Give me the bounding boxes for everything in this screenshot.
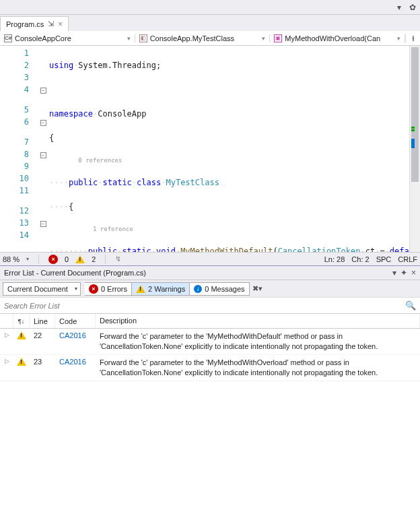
- chevron-down-icon: ▾: [262, 35, 265, 42]
- class-icon: ◧: [139, 34, 147, 42]
- error-list-table: ¶↓ Line Code Description ▷ 22 CA2016 For…: [0, 314, 420, 520]
- status-indent[interactable]: SPC: [376, 255, 392, 263]
- error-filter-bar: Current Document × 0 Errors 2 Warnings i…: [0, 280, 420, 298]
- tab-program-cs[interactable]: Program.cs ⇲ ×: [0, 16, 69, 31]
- fold-toggle[interactable]: −: [40, 88, 46, 94]
- pin-icon[interactable]: ✦: [400, 268, 407, 278]
- build-intellisense-filter[interactable]: ✖▾: [250, 284, 265, 293]
- messages-filter[interactable]: i 0 Messages: [190, 282, 249, 296]
- error-list-header: Error List - Current Document (Program.c…: [0, 265, 420, 280]
- chevron-down-icon: ▾: [397, 35, 400, 42]
- errors-filter-label: 0 Errors: [101, 285, 127, 293]
- zoom-level[interactable]: 88 %: [3, 255, 20, 263]
- status-eol[interactable]: CRLF: [398, 255, 417, 263]
- description-column[interactable]: Description: [96, 314, 420, 328]
- code-content[interactable]: using·System.Threading; namespace·Consol…: [49, 46, 409, 252]
- csharp-project-icon: C#: [4, 34, 12, 42]
- gear-icon[interactable]: ✿: [408, 3, 417, 12]
- method-icon: ▣: [274, 34, 282, 42]
- icon-column[interactable]: ¶↓: [13, 314, 30, 328]
- panel-title: Error List - Current Document (Program.c…: [4, 269, 146, 277]
- expand-toggle[interactable]: ▷: [0, 358, 13, 378]
- warning-icon[interactable]: [75, 255, 85, 263]
- chevron-down-icon: ▾: [127, 35, 131, 42]
- close-icon[interactable]: ×: [411, 268, 416, 278]
- table-header: ¶↓ Line Code Description: [0, 314, 420, 329]
- expand-column[interactable]: [0, 314, 13, 328]
- nav-project[interactable]: C# ConsoleAppCore ▾: [0, 34, 135, 42]
- row-description: Forward the 'c' parameter to the 'MyMeth…: [96, 331, 420, 352]
- row-code[interactable]: CA2016: [55, 331, 96, 352]
- fold-toggle[interactable]: −: [40, 152, 46, 158]
- row-code[interactable]: CA2016: [55, 358, 96, 378]
- error-row[interactable]: ▷ 22 CA2016 Forward the 'c' parameter to…: [0, 329, 420, 355]
- split-editor-icon[interactable]: ⫲: [405, 34, 420, 43]
- expand-toggle[interactable]: ▷: [0, 331, 13, 352]
- warnings-filter-label: 2 Warnings: [148, 285, 185, 293]
- code-nav-bar: C# ConsoleAppCore ▾ ◧ ConsoleApp.MyTestC…: [0, 31, 420, 46]
- messages-filter-label: 0 Messages: [205, 285, 244, 293]
- row-description: Forward the 'c' parameter to the 'MyMeth…: [96, 358, 420, 378]
- error-search-row: 🔍: [0, 298, 420, 314]
- line-column[interactable]: Line: [30, 314, 55, 328]
- chevron-down-icon[interactable]: ▾: [26, 256, 29, 262]
- status-extra-icon[interactable]: ↯: [115, 255, 121, 263]
- warning-icon: [17, 358, 26, 366]
- nav-method-label: MyMethodWithOverload(Can: [285, 34, 380, 42]
- info-icon: i: [194, 285, 202, 293]
- fold-toggle[interactable]: −: [40, 221, 46, 227]
- pin-icon[interactable]: ⇲: [48, 20, 54, 28]
- row-line: 23: [30, 358, 55, 378]
- code-editor[interactable]: 1 2 3 4 5 6 7 8 9 10 11 12 13 14 15 16 1…: [0, 46, 420, 252]
- solution-explorer-icon[interactable]: ▾: [394, 3, 404, 12]
- editor-status-bar: 88 % ▾ ×0 2 ↯ Ln: 28 Ch: 2 SPC CRLF: [0, 252, 420, 265]
- nav-project-label: ConsoleAppCore: [15, 34, 71, 42]
- row-line: 22: [30, 331, 55, 352]
- warning-icon: [136, 285, 145, 293]
- search-icon[interactable]: 🔍: [405, 300, 416, 311]
- fold-toggle[interactable]: −: [40, 120, 46, 126]
- error-icon: ×: [89, 284, 98, 294]
- tab-label: Program.cs: [6, 20, 44, 28]
- status-warnings: 2: [92, 255, 96, 263]
- scope-dropdown[interactable]: Current Document: [3, 282, 81, 296]
- nav-class[interactable]: ◧ ConsoleApp.MyTestClass ▾: [135, 34, 271, 42]
- nav-class-label: ConsoleApp.MyTestClass: [150, 34, 234, 42]
- code-column[interactable]: Code: [55, 314, 96, 328]
- scope-label: Current Document: [7, 285, 68, 293]
- nav-method[interactable]: ▣ MyMethodWithOverload(Can ▾: [270, 34, 405, 42]
- error-row[interactable]: ▷ 23 CA2016 Forward the 'c' parameter to…: [0, 355, 420, 381]
- status-col[interactable]: Ch: 2: [351, 255, 369, 263]
- scrollbar-thumb[interactable]: [411, 47, 419, 182]
- close-icon[interactable]: ×: [58, 20, 63, 29]
- search-input[interactable]: [4, 302, 405, 310]
- line-number-gutter: 1 2 3 4 5 6 7 8 9 10 11 12 13 14 15 16 1…: [0, 46, 37, 252]
- status-line[interactable]: Ln: 28: [324, 255, 345, 263]
- warnings-filter[interactable]: 2 Warnings: [132, 282, 190, 296]
- errors-filter[interactable]: × 0 Errors: [85, 282, 132, 296]
- vertical-scrollbar[interactable]: [409, 46, 420, 252]
- document-tabs: Program.cs ⇲ ×: [0, 15, 420, 31]
- fold-gutter: − − − − − −: [37, 46, 49, 252]
- error-icon[interactable]: ×: [48, 255, 58, 264]
- warning-icon: [17, 331, 26, 339]
- panel-menu-icon[interactable]: ▾: [392, 268, 396, 278]
- status-errors: 0: [65, 255, 69, 263]
